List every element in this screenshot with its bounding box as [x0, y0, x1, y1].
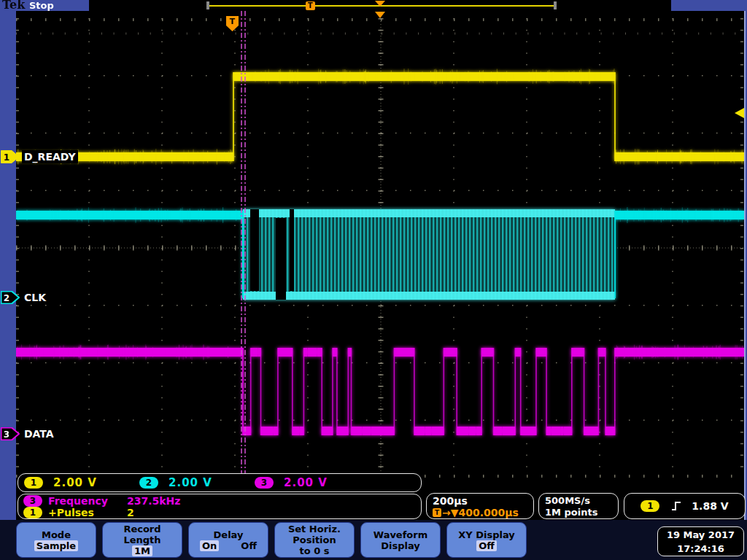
menu-button-line: Mode [42, 529, 71, 540]
clk-gap [250, 209, 259, 291]
menu-button-record-length[interactable]: RecordLength1M [102, 522, 182, 558]
sample-rate: 500MS/s [545, 495, 612, 507]
timebase-value: 200µs [433, 495, 527, 507]
menu-button-line: Record [123, 524, 160, 534]
channel-2-badge: 2 [139, 477, 158, 489]
menu-button-line: Display [381, 540, 420, 551]
menu-button-line: Delay [214, 529, 244, 540]
channel-2-reference-marker[interactable]: 2 [1, 291, 20, 304]
waveform-canvas: T [16, 11, 744, 518]
channel-3-volts-per-div: 2.00 V [284, 476, 328, 489]
delay-arrow-icon: → [442, 507, 451, 518]
header-bar: Tek Stop T [0, 0, 747, 11]
channel-3-scale: 32.00 V [255, 476, 370, 489]
channel-1-badge: 1 [24, 477, 43, 489]
menu-button-waveform-display[interactable]: WaveformDisplay [360, 522, 441, 558]
ch1-waveform [16, 69, 744, 165]
menu-button-line: Set Horiz. [288, 524, 341, 534]
menu-button-xy-display[interactable]: XY DisplayOff [446, 522, 527, 558]
trigger-position-flag-icon[interactable]: T [226, 16, 239, 31]
menu-button-line: Off [476, 540, 497, 551]
svg-text:3: 3 [4, 429, 9, 440]
delay-value: 400.000µs [459, 507, 519, 518]
acquisition-readout: 500MS/s 1M points [538, 493, 619, 519]
channel-1-reference-marker[interactable]: 1 [1, 150, 20, 163]
trigger-t-icon: T [433, 508, 441, 517]
record-view-left-bracket-icon[interactable] [206, 1, 209, 9]
ch2-waveform [16, 207, 744, 300]
measurement-value: 237.5kHz [127, 495, 180, 507]
date-text: 19 May 2017 [658, 528, 743, 542]
clk-gap [290, 209, 294, 291]
channel-3-reference-marker[interactable]: 3 [1, 427, 20, 440]
record-points: 1M points [545, 507, 612, 518]
menu-button-line: XY Display [458, 529, 515, 540]
menu-button-line: Waveform [374, 529, 427, 540]
svg-text:1: 1 [4, 152, 9, 163]
clk-gap [276, 218, 286, 300]
toggle-option-on[interactable]: On [200, 540, 219, 551]
measurement-name: +Pulses [48, 507, 127, 518]
menu-button-line: 1M [132, 545, 152, 556]
menu-button-line: Position [293, 534, 336, 545]
menu-button-delay[interactable]: DelayOnOff [188, 522, 268, 558]
rising-edge-icon [671, 500, 681, 512]
trigger-level-arrow-icon[interactable] [735, 108, 744, 118]
channel-label-data: DATA [22, 427, 56, 440]
toggle-row: OnOff [200, 540, 257, 551]
expansion-point-icon [375, 12, 385, 18]
acquisition-status: Stop [29, 0, 54, 11]
oscilloscope-screen: { "header": { "brand": "Tek", "status": … [0, 0, 747, 560]
trigger-readout: 1 1.88 V [624, 493, 746, 519]
measurement-name: Frequency [48, 495, 127, 507]
channel-2-volts-per-div: 2.00 V [169, 476, 212, 489]
waveform-display-area: T [16, 11, 746, 520]
trigger-source-badge: 1 [640, 500, 659, 512]
record-expansion-icon [375, 1, 385, 7]
tek-logo: Tek [2, 0, 25, 12]
channel-label-d_ready: D_READY [22, 150, 78, 163]
menu-button-mode[interactable]: ModeSample [16, 522, 96, 558]
channel-1-scale: 12.00 V [24, 476, 139, 489]
horizontal-readout: 200µs T→▼400.000µs [426, 493, 534, 519]
record-view-bar: T [89, 0, 671, 11]
menu-button-line: to 0 s [300, 545, 330, 556]
ch3-waveform [16, 344, 744, 435]
channel-2-scale: 22.00 V [139, 476, 255, 489]
channel-1-volts-per-div: 2.00 V [53, 476, 97, 489]
bottom-menu-bar: ModeSampleRecordLength1MDelayOnOffSet Ho… [0, 520, 747, 560]
measurements-readout: 3Frequency237.5kHz1+Pulses2 [18, 494, 422, 519]
time-text: 17:24:16 [658, 542, 743, 556]
trigger-level: 1.88 V [692, 500, 728, 512]
delay-readout: T→▼400.000µs [433, 507, 527, 518]
measurement-source-badge: 1 [23, 507, 42, 518]
toggle-option-off[interactable]: Off [241, 540, 257, 551]
channel-scales-readout: 12.00 V22.00 V32.00 V [18, 473, 422, 492]
svg-text:2: 2 [4, 293, 9, 303]
measurement-row-pulses: 1+Pulses2 [23, 507, 416, 518]
delay-marker-icon: ▼ [451, 507, 459, 518]
measurement-row-frequency: 3Frequency237.5kHz [23, 495, 416, 507]
svg-text:T: T [230, 17, 236, 26]
record-trigger-icon[interactable]: T [306, 1, 315, 10]
menu-button-line: Length [123, 534, 160, 545]
measurement-value: 2 [127, 507, 134, 518]
menu-button-set-horizontal-position[interactable]: Set Horiz.Positionto 0 s [274, 522, 355, 558]
datetime-box: 19 May 2017 17:24:16 [657, 526, 744, 556]
menu-button-line: Sample [34, 540, 78, 551]
measurement-source-badge: 3 [23, 495, 42, 507]
record-view-right-bracket-icon[interactable] [554, 1, 557, 9]
channel-3-badge: 3 [255, 477, 274, 489]
channel-label-clk: CLK [22, 291, 48, 304]
